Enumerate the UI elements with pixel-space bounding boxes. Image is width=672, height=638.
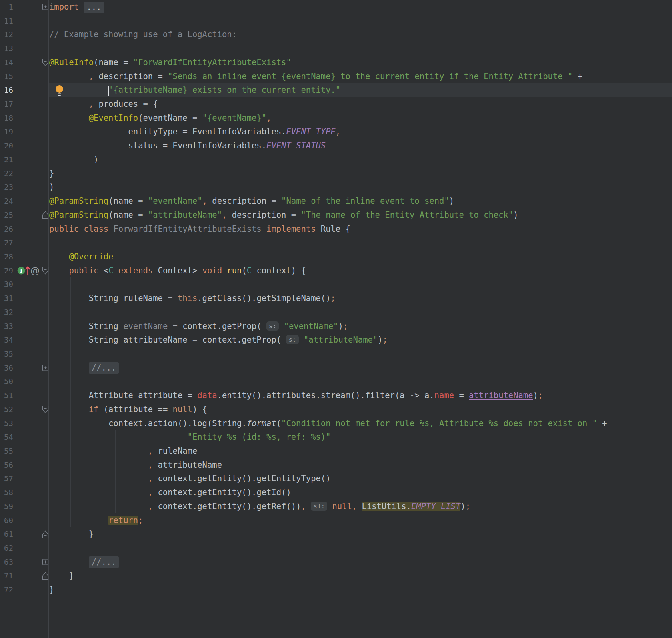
code-line[interactable]: 23) — [0, 180, 672, 194]
line-number[interactable]: 26 — [0, 222, 13, 236]
line-number[interactable]: 51 — [0, 389, 13, 403]
fold-end-icon[interactable] — [42, 572, 49, 580]
fold-collapsed-icon[interactable] — [42, 365, 49, 371]
line-number[interactable]: 59 — [0, 500, 13, 514]
line-number[interactable]: 11 — [0, 14, 13, 28]
code-line[interactable]: 52 if (attribute == null) { — [0, 403, 672, 417]
fold-end-icon[interactable] — [42, 530, 49, 538]
line-number[interactable]: 36 — [0, 361, 13, 375]
code-line[interactable]: 58 , context.getEntity().getId() — [0, 486, 672, 500]
code-line[interactable]: 55 , ruleName — [0, 444, 672, 458]
line-number[interactable]: 60 — [0, 514, 13, 528]
code-line[interactable]: 59 , context.getEntity().getRef()), s1: … — [0, 500, 672, 514]
code-line[interactable]: 25@ParamString(name = "attributeName", d… — [0, 208, 672, 222]
implementing-method-icon[interactable]: I — [17, 266, 26, 275]
code-line[interactable]: 63 //... — [0, 555, 672, 569]
line-number[interactable]: 29 — [0, 264, 13, 278]
code-line[interactable]: 16 "{attributeName} exists on the curren… — [0, 83, 672, 97]
code-line[interactable]: 1import ... — [0, 0, 672, 14]
line-number[interactable]: 25 — [0, 208, 13, 222]
line-number[interactable]: 33 — [0, 319, 13, 333]
line-number[interactable]: 27 — [0, 236, 13, 250]
code-line[interactable]: 36 //... — [0, 361, 672, 375]
line-number[interactable]: 24 — [0, 194, 13, 208]
line-number[interactable]: 16 — [0, 83, 13, 97]
code-line[interactable]: 31 String ruleName = this.getClass().get… — [0, 291, 672, 305]
code-line[interactable]: 15 , description = "Sends an inline even… — [0, 70, 672, 84]
fold-collapsed-icon[interactable] — [42, 559, 49, 566]
code-line[interactable]: 26public class ForwardIfEntityAttributeE… — [0, 222, 672, 236]
code-line[interactable]: 53 context.action().log(String.format("C… — [0, 417, 672, 431]
code-line[interactable]: 22} — [0, 167, 672, 181]
intention-bulb-icon[interactable] — [54, 84, 65, 96]
line-number[interactable]: 1 — [0, 0, 13, 14]
code-line[interactable]: 54 "Entity %s (id: %s, ref: %s)" — [0, 430, 672, 444]
code-line[interactable]: 51 Attribute attribute = data.entity().a… — [0, 389, 672, 403]
code-line[interactable]: 72} — [0, 583, 672, 597]
line-number[interactable]: 30 — [0, 277, 13, 291]
code-line[interactable]: 35 — [0, 347, 672, 361]
line-number[interactable]: 21 — [0, 153, 13, 167]
line-number[interactable]: 23 — [0, 180, 13, 194]
fold-start-icon[interactable] — [42, 58, 49, 66]
code-line[interactable]: 33 String eventName = context.getProp( s… — [0, 319, 672, 333]
code-line[interactable]: 29I@ public <C extends Context> void run… — [0, 264, 672, 278]
code-line[interactable]: 19 entityType = EventInfoVariables.EVENT… — [0, 125, 672, 139]
code-line[interactable]: 50 — [0, 375, 672, 389]
line-number[interactable]: 22 — [0, 167, 13, 181]
code-line[interactable]: 11 — [0, 14, 672, 28]
line-number[interactable]: 61 — [0, 527, 13, 541]
code-line[interactable]: 32 — [0, 305, 672, 319]
line-number[interactable]: 63 — [0, 555, 13, 569]
code-line[interactable]: 12// Example showing use of a LogAction: — [0, 28, 672, 42]
line-number[interactable]: 54 — [0, 430, 13, 444]
code-line[interactable]: 24@ParamString(name = "eventName", descr… — [0, 194, 672, 208]
line-number[interactable]: 52 — [0, 403, 13, 417]
line-number[interactable]: 57 — [0, 472, 13, 486]
fold-collapsed-icon[interactable] — [42, 4, 49, 10]
line-number[interactable]: 72 — [0, 583, 13, 597]
line-number[interactable]: 17 — [0, 97, 13, 111]
code-line[interactable]: 21 ) — [0, 153, 672, 167]
line-number[interactable]: 18 — [0, 111, 13, 125]
line-number[interactable]: 12 — [0, 28, 13, 42]
line-number[interactable]: 32 — [0, 305, 13, 319]
code-line[interactable]: 17 , produces = { — [0, 97, 672, 111]
code-line[interactable]: 62 — [0, 541, 672, 555]
code-line[interactable]: 71 } — [0, 569, 672, 583]
fold-end-icon[interactable] — [42, 211, 49, 219]
code-line[interactable]: 60 return; — [0, 514, 672, 528]
line-number[interactable]: 20 — [0, 139, 13, 153]
line-number[interactable]: 35 — [0, 347, 13, 361]
code-line[interactable]: 13 — [0, 42, 672, 56]
line-number[interactable]: 55 — [0, 444, 13, 458]
code-line[interactable]: 28 @Override — [0, 250, 672, 264]
code-line[interactable]: 61 } — [0, 527, 672, 541]
line-number[interactable]: 31 — [0, 291, 13, 305]
folded-code-placeholder[interactable]: ... — [84, 2, 104, 13]
overriding-method-icon[interactable] — [25, 265, 30, 276]
line-number[interactable]: 13 — [0, 42, 13, 56]
code-line[interactable]: 20 status = EventInfoVariables.EVENT_STA… — [0, 139, 672, 153]
code-line[interactable]: 30 — [0, 277, 672, 291]
fold-start-icon[interactable] — [42, 267, 49, 275]
folded-comment-placeholder[interactable]: //... — [89, 556, 119, 568]
line-number[interactable]: 34 — [0, 333, 13, 347]
line-number[interactable]: 58 — [0, 486, 13, 500]
code-line[interactable]: 14@RuleInfo(name = "ForwardIfEntityAttri… — [0, 56, 672, 70]
code-line[interactable]: 27 — [0, 236, 672, 250]
line-number[interactable]: 19 — [0, 125, 13, 139]
line-number[interactable]: 14 — [0, 56, 13, 70]
code-line[interactable]: 57 , context.getEntity().getEntityType() — [0, 472, 672, 486]
code-line[interactable]: 56 , attributeName — [0, 458, 672, 472]
fold-start-icon[interactable] — [42, 405, 49, 413]
folded-comment-placeholder[interactable]: //... — [89, 362, 119, 374]
code-line[interactable]: 18 @EventInfo(eventName = "{eventName}", — [0, 111, 672, 125]
line-number[interactable]: 50 — [0, 375, 13, 389]
line-number[interactable]: 56 — [0, 458, 13, 472]
line-number[interactable]: 71 — [0, 569, 13, 583]
line-number[interactable]: 62 — [0, 541, 13, 555]
line-number[interactable]: 15 — [0, 70, 13, 84]
line-number[interactable]: 53 — [0, 417, 13, 431]
line-number[interactable]: 28 — [0, 250, 13, 264]
